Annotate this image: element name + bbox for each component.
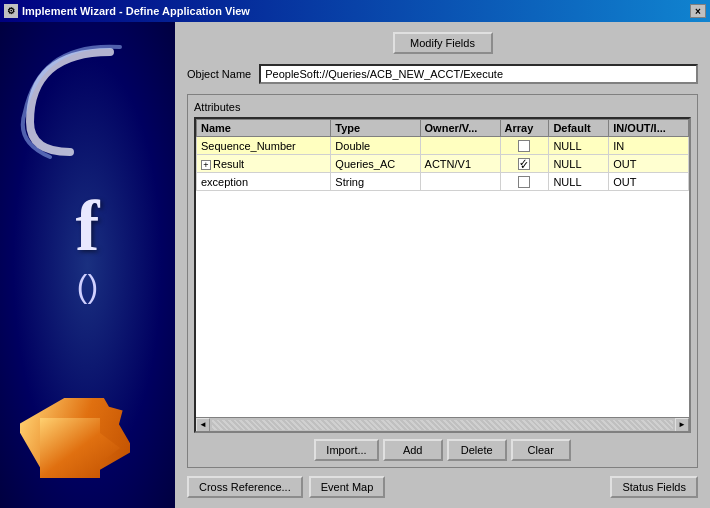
attributes-section: Attributes Name Type Owner/V... Array De…	[187, 94, 698, 468]
col-header-default: Default	[549, 120, 609, 137]
table-row[interactable]: exception String NULL OUT	[197, 173, 689, 191]
col-header-inout: IN/OUT/I...	[609, 120, 689, 137]
table-header-row: Name Type Owner/V... Array Default IN/OU…	[197, 120, 689, 137]
scroll-right-button[interactable]: ►	[675, 418, 689, 432]
attributes-table-container: Name Type Owner/V... Array Default IN/OU…	[194, 117, 691, 433]
title-bar: ⚙ Implement Wizard - Define Application …	[0, 0, 710, 22]
checkbox-array-2[interactable]	[518, 176, 530, 188]
event-map-button[interactable]: Event Map	[309, 476, 386, 498]
table-row[interactable]: Sequence_Number Double NULL IN	[197, 137, 689, 155]
bottom-right-buttons: Status Fields	[610, 476, 698, 498]
f-letter: f	[76, 185, 100, 268]
cross-reference-button[interactable]: Cross Reference...	[187, 476, 303, 498]
bottom-buttons-row: Cross Reference... Event Map Status Fiel…	[187, 476, 698, 498]
col-header-array: Array	[500, 120, 549, 137]
cell-default-0: NULL	[549, 137, 609, 155]
modify-fields-button[interactable]: Modify Fields	[393, 32, 493, 54]
cell-inout-1: OUT	[609, 155, 689, 173]
clear-button[interactable]: Clear	[511, 439, 571, 461]
checkbox-array-0[interactable]	[518, 140, 530, 152]
delete-button[interactable]: Delete	[447, 439, 507, 461]
table-row[interactable]: +Result Queries_AC ACTN/V1 ✓ NULL OUT	[197, 155, 689, 173]
title-bar-text: Implement Wizard - Define Application Vi…	[22, 5, 250, 17]
cell-type-0: Double	[331, 137, 420, 155]
cell-name-1: +Result	[197, 155, 331, 173]
cell-array-2[interactable]	[500, 173, 549, 191]
cell-name-2: exception	[197, 173, 331, 191]
arrow-graphic	[20, 398, 130, 478]
cell-inout-2: OUT	[609, 173, 689, 191]
import-button[interactable]: Import...	[314, 439, 378, 461]
cell-type-1: Queries_AC	[331, 155, 420, 173]
wizard-image: f ()	[0, 22, 175, 508]
cell-array-0[interactable]	[500, 137, 549, 155]
col-header-type: Type	[331, 120, 420, 137]
swoosh-graphic	[10, 42, 130, 162]
wizard-panel: f ()	[0, 22, 175, 508]
cell-owner-1: ACTN/V1	[420, 155, 500, 173]
object-name-label: Object Name	[187, 68, 251, 80]
main-container: f () Modify Fields	[0, 22, 710, 508]
cell-owner-2	[420, 173, 500, 191]
cell-inout-0: IN	[609, 137, 689, 155]
bottom-left-buttons: Cross Reference... Event Map	[187, 476, 385, 498]
expand-icon[interactable]: +	[201, 160, 211, 170]
cell-default-1: NULL	[549, 155, 609, 173]
object-name-row: Object Name	[187, 64, 698, 84]
horizontal-scrollbar[interactable]: ◄ ►	[196, 417, 689, 431]
scroll-track[interactable]	[212, 420, 673, 430]
cell-array-1[interactable]: ✓	[500, 155, 549, 173]
status-fields-button[interactable]: Status Fields	[610, 476, 698, 498]
title-bar-left: ⚙ Implement Wizard - Define Application …	[4, 4, 250, 18]
col-header-owner: Owner/V...	[420, 120, 500, 137]
right-panel: Modify Fields Object Name Attributes Nam…	[175, 22, 710, 508]
cell-type-2: String	[331, 173, 420, 191]
add-button[interactable]: Add	[383, 439, 443, 461]
paren-text: ()	[77, 268, 98, 305]
object-name-input[interactable]	[259, 64, 698, 84]
action-buttons-row: Import... Add Delete Clear	[194, 439, 691, 461]
cell-name-0: Sequence_Number	[197, 137, 331, 155]
close-button[interactable]: ×	[690, 4, 706, 18]
cell-owner-0	[420, 137, 500, 155]
checkbox-array-1[interactable]: ✓	[518, 158, 530, 170]
attributes-table: Name Type Owner/V... Array Default IN/OU…	[196, 119, 689, 191]
modify-fields-row: Modify Fields	[187, 32, 698, 54]
attributes-label: Attributes	[194, 101, 691, 113]
cell-default-2: NULL	[549, 173, 609, 191]
app-icon: ⚙	[4, 4, 18, 18]
col-header-name: Name	[197, 120, 331, 137]
scroll-left-button[interactable]: ◄	[196, 418, 210, 432]
